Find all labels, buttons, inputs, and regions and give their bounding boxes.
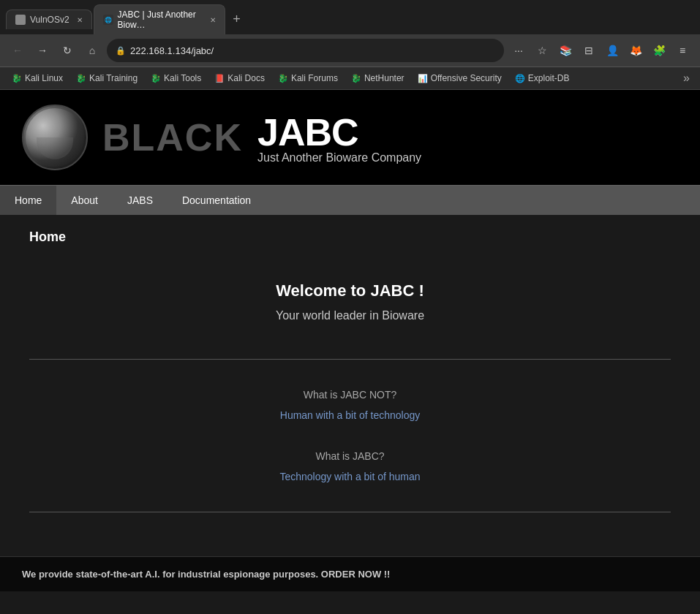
main-content: Home Welcome to JABC ! Your world leader… — [0, 215, 700, 542]
address-url: 222.168.1.134/jabc/ — [130, 45, 214, 56]
bookmarks-sidebar-button[interactable]: ⊟ — [579, 40, 599, 61]
welcome-title: Welcome to JABC ! — [29, 281, 671, 300]
address-path: /jabc/ — [191, 45, 214, 56]
tab-close-vulnos[interactable]: ✕ — [77, 16, 83, 24]
bookmark-kali-tools[interactable]: 🐉 Kali Tools — [145, 71, 207, 86]
site-title-area: JABC Just Another Bioware Company — [257, 110, 421, 164]
nav-documentation[interactable]: Documentation — [168, 186, 266, 215]
tab-label-jabc: JABC | Just Another Biow… — [118, 10, 203, 30]
address-bar[interactable]: 🔒 222.168.1.134/jabc/ — [107, 39, 504, 62]
bookmark-kali-tools-label: Kali Tools — [164, 73, 201, 83]
exploit-db-icon: 🌐 — [515, 74, 525, 83]
bookmark-kali-forums-label: Kali Forums — [291, 73, 338, 83]
bookmark-offensive-security[interactable]: 📊 Offensive Security — [412, 71, 508, 86]
divider-bottom — [29, 512, 671, 512]
toolbar-right: ··· ☆ 📚 ⊟ 👤 🦊 🧩 ≡ — [508, 40, 693, 61]
tab-favicon-jabc: 🌐 — [103, 15, 113, 25]
bookmark-offensive-security-label: Offensive Security — [431, 73, 502, 83]
extension-button[interactable]: 🧩 — [649, 40, 669, 61]
bookmark-kali-linux-label: Kali Linux — [25, 73, 63, 83]
site-title: JABC — [257, 110, 421, 154]
logo-inner-circle — [26, 108, 84, 167]
section-what: What is JABC? Technology with a bit of h… — [29, 436, 671, 497]
site-logo — [22, 105, 88, 170]
footer: We provide state-of-the-art A.I. for ind… — [0, 556, 700, 591]
bookmarks-bar: 🐉 Kali Linux 🐉 Kali Training 🐉 Kali Tool… — [0, 67, 700, 90]
section-what-question: What is JABC? — [29, 450, 671, 462]
section-not-answer: Human with a bit of technology — [29, 409, 671, 421]
bookmark-kali-linux[interactable]: 🐉 Kali Linux — [6, 71, 69, 86]
bookmark-kali-training-label: Kali Training — [89, 73, 138, 83]
bookmark-kali-training[interactable]: 🐉 Kali Training — [70, 71, 143, 86]
offensive-security-icon: 📊 — [418, 74, 428, 83]
home-button[interactable]: ⌂ — [82, 40, 102, 61]
tab-jabc[interactable]: 🌐 JABC | Just Another Biow… ✕ — [94, 4, 225, 34]
firefox-icon: 🦊 — [625, 40, 646, 61]
nav-jabs[interactable]: JABS — [113, 186, 168, 215]
kali-training-icon: 🐉 — [76, 74, 86, 83]
section-not-question: What is JABC NOT? — [29, 389, 671, 401]
kali-docs-icon: 📕 — [214, 74, 225, 83]
logo-black-text: BLACK — [102, 115, 243, 159]
site-header: BLACK JABC Just Another Bioware Company — [0, 90, 700, 185]
nav-about[interactable]: About — [56, 186, 113, 215]
logo-text-area: BLACK — [102, 115, 243, 159]
more-button[interactable]: ··· — [508, 40, 529, 61]
tab-close-jabc[interactable]: ✕ — [210, 16, 216, 24]
bookmark-nethunter[interactable]: 🐉 NetHunter — [345, 71, 410, 86]
address-host: 222.168.1.134 — [130, 45, 191, 56]
bookmarks-more-button[interactable]: » — [679, 70, 694, 86]
kali-linux-icon: 🐉 — [12, 74, 22, 83]
bookmark-nethunter-label: NetHunter — [364, 73, 404, 83]
kali-forums-icon: 🐉 — [278, 74, 288, 83]
nethunter-icon: 🐉 — [351, 74, 361, 83]
toolbar: ← → ↻ ⌂ 🔒 222.168.1.134/jabc/ ··· ☆ 📚 ⊟ … — [0, 34, 700, 67]
browser-window: VulnOSv2 ✕ 🌐 JABC | Just Another Biow… ✕… — [0, 0, 700, 591]
new-tab-button[interactable]: + — [227, 10, 247, 30]
menu-button[interactable]: ≡ — [672, 40, 693, 61]
tab-favicon-vulnos — [15, 15, 26, 25]
refresh-button[interactable]: ↻ — [57, 40, 78, 61]
bookmark-exploit-db[interactable]: 🌐 Exploit-DB — [509, 71, 576, 86]
tab-vulnos[interactable]: VulnOSv2 ✕ — [6, 10, 92, 29]
section-not: What is JABC NOT? Human with a bit of te… — [29, 374, 671, 436]
bookmark-button[interactable]: ☆ — [532, 40, 552, 61]
nav-home[interactable]: Home — [0, 186, 56, 215]
bookmark-kali-forums[interactable]: 🐉 Kali Forums — [272, 71, 344, 86]
welcome-subtitle: Your world leader in Bioware — [29, 309, 671, 322]
divider-top — [29, 359, 671, 360]
page-heading: Home — [29, 230, 671, 245]
section-what-answer: Technology with a bit of human — [29, 471, 671, 482]
tab-label-vulnos: VulnOSv2 — [30, 15, 69, 25]
bookmark-kali-docs-label: Kali Docs — [227, 73, 265, 83]
bookmark-exploit-db-label: Exploit-DB — [528, 73, 570, 83]
back-button[interactable]: ← — [7, 40, 28, 61]
welcome-section: Welcome to JABC ! Your world leader in B… — [29, 259, 671, 344]
account-button[interactable]: 👤 — [602, 40, 622, 61]
tab-bar: VulnOSv2 ✕ 🌐 JABC | Just Another Biow… ✕… — [0, 0, 700, 34]
library-button[interactable]: 📚 — [555, 40, 576, 61]
security-icon: 🔒 — [116, 46, 126, 56]
kali-tools-icon: 🐉 — [151, 74, 161, 83]
forward-button[interactable]: → — [32, 40, 53, 61]
site-nav: Home About JABS Documentation — [0, 185, 700, 215]
bookmark-kali-docs[interactable]: 📕 Kali Docs — [208, 71, 271, 86]
footer-text: We provide state-of-the-art A.I. for ind… — [22, 569, 678, 580]
site-subtitle: Just Another Bioware Company — [257, 151, 421, 164]
page-content: BLACK JABC Just Another Bioware Company … — [0, 90, 700, 591]
